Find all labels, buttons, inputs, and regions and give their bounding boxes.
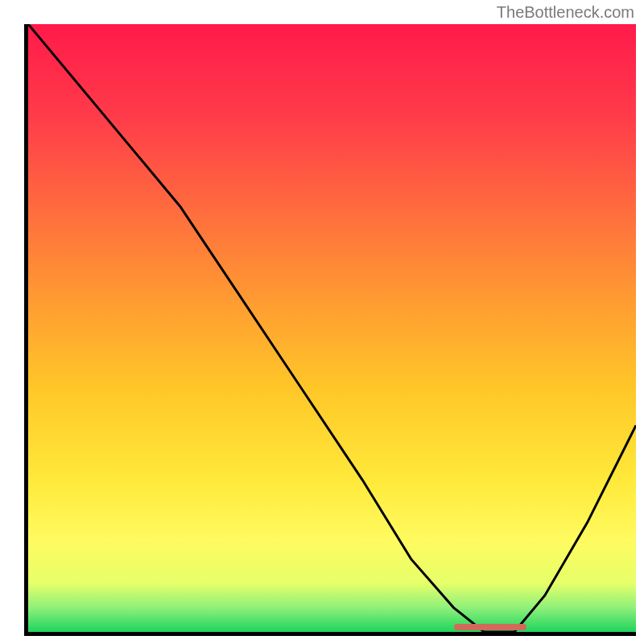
plot-area <box>24 24 636 636</box>
watermark-text: TheBottleneck.com <box>497 3 634 22</box>
optimal-range-marker <box>454 624 527 630</box>
chart-container: TheBottleneck.com <box>0 0 644 644</box>
bottleneck-curve <box>28 24 636 632</box>
